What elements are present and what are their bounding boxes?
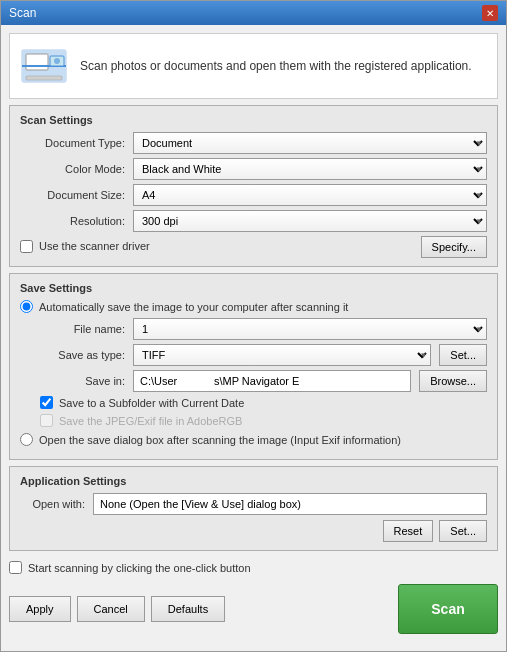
save-type-set-button[interactable]: Set... (439, 344, 487, 366)
save-in-input[interactable] (133, 370, 411, 392)
subfolder-checkbox[interactable] (40, 396, 53, 409)
subfolder-section: Save to a Subfolder with Current Date Sa… (20, 396, 487, 429)
scan-button[interactable]: Scan (398, 584, 498, 634)
save-as-type-select[interactable]: TIFF (133, 344, 431, 366)
document-size-wrapper: A4 (133, 184, 487, 206)
document-size-select[interactable]: A4 (133, 184, 487, 206)
start-scan-checkbox[interactable] (9, 561, 22, 574)
defaults-button[interactable]: Defaults (151, 596, 225, 622)
color-mode-select[interactable]: Black and White (133, 158, 487, 180)
scanner-driver-checkbox-row: Use the scanner driver (20, 240, 150, 253)
open-dialog-radio[interactable] (20, 433, 33, 446)
header-description: Scan photos or documents and open them w… (80, 59, 472, 73)
save-settings-section: Save Settings Automatically save the ima… (9, 273, 498, 460)
auto-save-radio-row: Automatically save the image to your com… (20, 300, 487, 313)
window-title: Scan (9, 6, 36, 20)
close-button[interactable]: ✕ (482, 5, 498, 21)
header-banner: Scan photos or documents and open them w… (9, 33, 498, 99)
use-scanner-driver-label: Use the scanner driver (39, 240, 150, 252)
svg-rect-1 (26, 54, 48, 70)
bottom-buttons: Apply Cancel Defaults Scan (9, 584, 498, 634)
application-settings-section: Application Settings Open with: Reset Se… (9, 466, 498, 551)
scan-icon (20, 42, 68, 90)
subfolder-label: Save to a Subfolder with Current Date (59, 397, 244, 409)
document-type-select[interactable]: Document (133, 132, 487, 154)
save-as-type-wrapper: TIFF (133, 344, 431, 366)
save-as-type-row: Save as type: TIFF Set... (20, 344, 487, 366)
open-with-row: Open with: (20, 493, 487, 515)
document-size-label: Document Size: (20, 189, 125, 201)
scanner-driver-row: Use the scanner driver Specify... (20, 236, 487, 258)
reset-button[interactable]: Reset (383, 520, 434, 542)
application-settings-title: Application Settings (20, 475, 487, 487)
open-with-label: Open with: (20, 498, 85, 510)
apply-button[interactable]: Apply (9, 596, 71, 622)
main-window: Scan ✕ Scan photos or documents and open… (0, 0, 507, 652)
file-name-wrapper: 1 (133, 318, 487, 340)
app-buttons-row: Reset Set... (20, 520, 487, 542)
resolution-label: Resolution: (20, 215, 125, 227)
auto-save-label: Automatically save the image to your com… (39, 301, 348, 313)
save-as-type-label: Save as type: (40, 349, 125, 361)
app-set-button[interactable]: Set... (439, 520, 487, 542)
title-bar: Scan ✕ (1, 1, 506, 25)
resolution-row: Resolution: 300 dpi (20, 210, 487, 232)
document-type-wrapper: Document (133, 132, 487, 154)
open-with-input[interactable] (93, 493, 487, 515)
cancel-button[interactable]: Cancel (77, 596, 145, 622)
svg-rect-5 (26, 76, 62, 80)
jpeg-exif-label: Save the JPEG/Exif file in AdobeRGB (59, 415, 242, 427)
resolution-wrapper: 300 dpi (133, 210, 487, 232)
use-scanner-driver-checkbox[interactable] (20, 240, 33, 253)
file-name-row: File name: 1 (20, 318, 487, 340)
file-name-select[interactable]: 1 (133, 318, 487, 340)
color-mode-row: Color Mode: Black and White (20, 158, 487, 180)
scan-settings-title: Scan Settings (20, 114, 487, 126)
scan-settings-section: Scan Settings Document Type: Document Co… (9, 105, 498, 267)
color-mode-wrapper: Black and White (133, 158, 487, 180)
save-settings-title: Save Settings (20, 282, 487, 294)
subfolder-checkbox-row: Save to a Subfolder with Current Date (40, 396, 487, 409)
save-in-row: Save in: Browse... (20, 370, 487, 392)
start-scan-label: Start scanning by clicking the one-click… (28, 562, 251, 574)
resolution-select[interactable]: 300 dpi (133, 210, 487, 232)
jpeg-exif-checkbox[interactable] (40, 414, 53, 427)
open-dialog-label: Open the save dialog box after scanning … (39, 434, 401, 446)
bottom-left-buttons: Apply Cancel Defaults (9, 596, 225, 622)
auto-save-radio[interactable] (20, 300, 33, 313)
browse-button[interactable]: Browse... (419, 370, 487, 392)
document-size-row: Document Size: A4 (20, 184, 487, 206)
file-name-label: File name: (40, 323, 125, 335)
jpeg-exif-checkbox-row: Save the JPEG/Exif file in AdobeRGB (40, 414, 487, 427)
save-in-label: Save in: (40, 375, 125, 387)
open-dialog-radio-row: Open the save dialog box after scanning … (20, 433, 487, 446)
svg-point-4 (54, 58, 60, 64)
color-mode-label: Color Mode: (20, 163, 125, 175)
main-content: Scan photos or documents and open them w… (1, 25, 506, 651)
specify-button[interactable]: Specify... (421, 236, 487, 258)
document-type-label: Document Type: (20, 137, 125, 149)
document-type-row: Document Type: Document (20, 132, 487, 154)
bottom-checkbox-row: Start scanning by clicking the one-click… (9, 561, 498, 574)
